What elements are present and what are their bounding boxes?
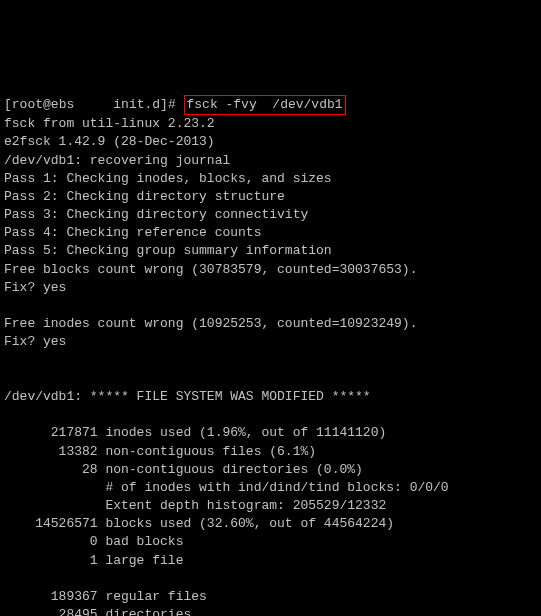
output-line: # of inodes with ind/dind/tind blocks: 0… — [4, 480, 449, 495]
prompt-line-1: [root@ebs init.d]# fsck -fvy /dev/vdb1 — [4, 97, 346, 112]
output-line: Pass 4: Checking reference counts — [4, 225, 261, 240]
redacted-host — [74, 96, 105, 114]
prompt-user: root — [12, 97, 43, 112]
output-line: 14526571 blocks used (32.60%, out of 445… — [4, 516, 394, 531]
output-line: Extent depth histogram: 205529/12332 — [4, 498, 386, 513]
prompt-host: ebs — [51, 97, 74, 112]
output-line: e2fsck 1.42.9 (28-Dec-2013) — [4, 134, 215, 149]
terminal-output: [root@ebs init.d]# fsck -fvy /dev/vdb1 f… — [4, 77, 537, 616]
output-line: 28 non-contiguous directories (0.0%) — [4, 462, 363, 477]
at-sign: @ — [43, 97, 51, 112]
output-line: 28495 directories — [4, 607, 191, 616]
prompt-dir: init.d — [113, 97, 160, 112]
output-line: Free blocks count wrong (30783579, count… — [4, 262, 417, 277]
output-line: fsck from util-linux 2.23.2 — [4, 116, 215, 131]
bracket-open: [ — [4, 97, 12, 112]
output-line: Fix? yes — [4, 334, 66, 349]
output-line: 0 bad blocks — [4, 534, 183, 549]
output-line: /dev/vdb1: ***** FILE SYSTEM WAS MODIFIE… — [4, 389, 371, 404]
output-line: Pass 5: Checking group summary informati… — [4, 243, 332, 258]
output-line: Pass 3: Checking directory connectivity — [4, 207, 308, 222]
prompt-sep: ]# — [160, 97, 176, 112]
command-highlight: fsck -fvy /dev/vdb1 — [184, 95, 346, 115]
command-text[interactable]: fsck -fvy /dev/vdb1 — [187, 97, 343, 112]
output-line: 217871 inodes used (1.96%, out of 111411… — [4, 425, 386, 440]
output-line: 189367 regular files — [4, 589, 207, 604]
output-line: Pass 1: Checking inodes, blocks, and siz… — [4, 171, 332, 186]
output-line: Pass 2: Checking directory structure — [4, 189, 285, 204]
output-line: Free inodes count wrong (10925253, count… — [4, 316, 417, 331]
output-line: 1 large file — [4, 553, 183, 568]
output-line: 13382 non-contiguous files (6.1%) — [4, 444, 316, 459]
output-line: Fix? yes — [4, 280, 66, 295]
output-line: /dev/vdb1: recovering journal — [4, 153, 230, 168]
